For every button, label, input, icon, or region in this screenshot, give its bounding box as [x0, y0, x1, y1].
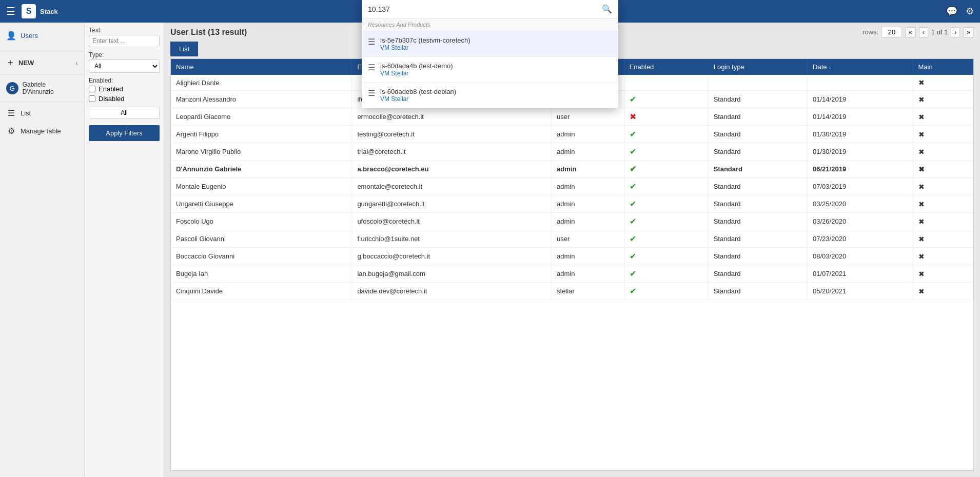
cell-date: 03/26/2020 [808, 213, 913, 230]
hamburger-icon[interactable]: ☰ [6, 5, 15, 17]
cell-login-type: Standard [708, 213, 807, 230]
cell-login-type [708, 75, 807, 91]
enabled-checkbox-item[interactable]: Enabled [89, 85, 160, 93]
result-icon-3: ☰ [368, 88, 375, 98]
result-icon-2: ☰ [368, 63, 375, 72]
type-filter-select[interactable]: All Admin User Stellar [89, 59, 160, 73]
enabled-checkbox[interactable] [89, 86, 95, 92]
cell-login-type: Standard [708, 108, 807, 126]
table-container: Name Email Role Enabled Login type Date … [170, 58, 974, 471]
cell-email: davide.dev@coretech.it [352, 283, 552, 300]
cell-email: f.uricchio@1suite.net [352, 230, 552, 248]
sidebar-item-manage-table[interactable]: ⚙ Manage table [0, 122, 84, 140]
cell-name: Pascoli Giovanni [171, 230, 352, 248]
result-sub-1: VM Stellar [380, 44, 471, 51]
search-result-item[interactable]: ☰ is-60dadeb8 (test-debian) VM Stellar [362, 83, 618, 108]
cell-main: ✖ [913, 230, 973, 248]
filter-panel: Text: Type: All Admin User Stellar Enabl… [85, 23, 164, 477]
delete-icon[interactable]: ✖ [918, 148, 925, 156]
cell-enabled [624, 75, 708, 91]
result-sub-3: VM Stellar [380, 95, 456, 103]
result-title-3: is-60dadeb8 (test-debian) [380, 88, 456, 95]
cell-date: 03/25/2020 [808, 195, 913, 213]
cell-name: Ungaretti Giuseppe [171, 195, 352, 213]
table-row: Argenti Filippotesting@coretech.itadmin✔… [171, 126, 973, 143]
first-page-button[interactable]: « [905, 27, 916, 37]
sidebar-section-top: 👤 Users [0, 23, 84, 49]
apply-filters-button[interactable]: Apply Filters [89, 125, 160, 141]
table-row: Montale Eugenioemontale@coretech.itadmin… [171, 178, 973, 195]
delete-icon[interactable]: ✖ [918, 183, 925, 191]
delete-icon[interactable]: ✖ [918, 78, 925, 87]
cell-main: ✖ [913, 195, 973, 213]
cell-email: g.boccaccio@coretech.it [352, 248, 552, 265]
cell-date: 07/23/2020 [808, 230, 913, 248]
search-result-item[interactable]: ☰ is-5e7b307c (testvm-coretech) VM Stell… [362, 31, 618, 57]
chat-icon[interactable]: 💬 [946, 6, 957, 17]
delete-icon[interactable]: ✖ [918, 217, 925, 226]
all-button[interactable]: All [89, 107, 160, 119]
rows-per-page-input[interactable] [881, 27, 902, 37]
table-row: Cinquini Davidedavide.dev@coretech.itste… [171, 283, 973, 300]
delete-icon[interactable]: ✖ [918, 270, 925, 278]
search-input[interactable] [368, 5, 602, 13]
sidebar-item-label-manage: Manage table [21, 127, 61, 135]
delete-icon[interactable]: ✖ [918, 200, 925, 208]
prev-page-button[interactable]: ‹ [919, 27, 928, 37]
delete-icon[interactable]: ✖ [918, 130, 925, 138]
table-row: Pascoli Giovannif.uricchio@1suite.netuse… [171, 230, 973, 248]
chevron-icon: ‹ [75, 59, 78, 67]
delete-icon[interactable]: ✖ [918, 113, 925, 121]
cell-login-type: Standard [708, 230, 807, 248]
cell-role: stellar [552, 283, 624, 300]
delete-icon[interactable]: ✖ [918, 95, 925, 104]
disabled-checkbox[interactable] [89, 95, 95, 102]
cell-main: ✖ [913, 91, 973, 108]
enabled-check-icon: ✔ [630, 165, 636, 173]
delete-icon[interactable]: ✖ [918, 165, 925, 173]
search-result-item[interactable]: ☰ is-60dada4b (test-demo) VM Stellar [362, 57, 618, 83]
cell-login-type: Standard [708, 283, 807, 300]
col-enabled[interactable]: Enabled [624, 59, 708, 75]
cell-role: admin [552, 265, 624, 283]
settings-icon[interactable]: ⚙ [966, 6, 974, 17]
enabled-check-icon: ✔ [630, 147, 636, 156]
cell-enabled: ✖ [624, 108, 708, 126]
cell-email: a.bracco@coretech.eu [352, 161, 552, 178]
delete-icon[interactable]: ✖ [918, 252, 925, 261]
enabled-check-icon: ✔ [630, 95, 636, 104]
cell-name: Foscolo Ugo [171, 213, 352, 230]
sidebar-item-label-users: Users [21, 32, 38, 39]
disabled-checkbox-item[interactable]: Disabled [89, 95, 160, 103]
cell-date: 01/07/2021 [808, 265, 913, 283]
cell-email: trial@coretech.it [352, 143, 552, 161]
cell-login-type: Standard [708, 126, 807, 143]
col-date[interactable]: Date ↓ [808, 59, 913, 75]
text-filter-input[interactable] [89, 35, 160, 47]
delete-icon[interactable]: ✖ [918, 235, 925, 243]
col-login-type[interactable]: Login type [708, 59, 807, 75]
cell-enabled: ✔ [624, 230, 708, 248]
list-tab[interactable]: List [170, 42, 198, 56]
sidebar-new-button[interactable]: ＋ NEW ‹ [0, 53, 84, 72]
sidebar-item-list[interactable]: ☰ List [0, 104, 84, 122]
col-name[interactable]: Name [171, 59, 352, 75]
cell-login-type: Standard [708, 91, 807, 108]
next-page-button[interactable]: › [951, 27, 960, 37]
delete-icon[interactable]: ✖ [918, 287, 925, 295]
cell-enabled: ✔ [624, 213, 708, 230]
logo-icon: S [22, 4, 36, 18]
topbar-right: 💬 ⚙ [946, 6, 974, 17]
sidebar-divider [0, 51, 84, 51]
sort-arrow: ↓ [829, 65, 831, 70]
sidebar-item-users[interactable]: 👤 Users [0, 27, 84, 45]
search-icon[interactable]: 🔍 [602, 4, 612, 14]
disabled-check-icon: ✖ [630, 112, 636, 121]
last-page-button[interactable]: » [963, 27, 974, 37]
logo: S Stack [22, 4, 58, 18]
user-initials: G [10, 85, 15, 92]
cell-main: ✖ [913, 75, 973, 91]
cell-date: 07/03/2019 [808, 178, 913, 195]
col-main[interactable]: Main [913, 59, 973, 75]
table-row: Ungaretti Giuseppegungaretti@coretech.it… [171, 195, 973, 213]
